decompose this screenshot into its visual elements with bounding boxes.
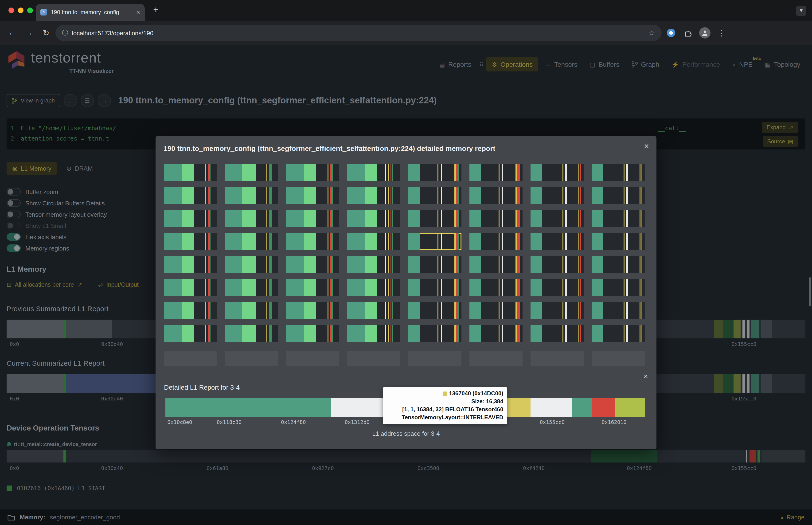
memory-segment [519, 302, 520, 319]
core-cell-7-4[interactable] [408, 325, 461, 342]
core-cell-0-3[interactable] [347, 164, 400, 181]
detail-close-icon[interactable]: × [644, 372, 648, 381]
core-cell-4-1[interactable] [225, 256, 278, 273]
core-cell-1-4[interactable] [408, 187, 461, 204]
core-empty-cell-3[interactable] [347, 351, 400, 366]
scrollbar-thumb[interactable] [809, 277, 811, 306]
core-cell-5-7[interactable] [592, 279, 645, 296]
core-cell-5-3[interactable] [347, 279, 400, 296]
core-cell-6-7[interactable] [592, 302, 645, 319]
bookmark-star-icon[interactable]: ☆ [649, 29, 655, 37]
core-cell-7-0[interactable] [164, 325, 217, 342]
memory-segment [639, 325, 641, 342]
core-cell-4-3[interactable] [347, 256, 400, 273]
memory-segment [563, 256, 564, 273]
core-cell-0-6[interactable] [531, 164, 584, 181]
new-tab-button[interactable]: + [153, 5, 158, 15]
core-cell-3-2[interactable] [286, 233, 339, 250]
core-empty-cell-6[interactable] [531, 351, 584, 366]
core-empty-cell-2[interactable] [286, 351, 339, 366]
core-cell-5-6[interactable] [531, 279, 584, 296]
core-cell-3-7[interactable] [592, 233, 645, 250]
core-cell-6-6[interactable] [531, 302, 584, 319]
core-cell-6-5[interactable] [470, 302, 523, 319]
core-cell-7-7[interactable] [592, 325, 645, 342]
core-cell-1-7[interactable] [592, 187, 645, 204]
window-close-button[interactable] [9, 7, 14, 13]
modal-close-icon[interactable]: × [644, 141, 649, 151]
tab-search-icon[interactable]: ▾ [796, 6, 806, 16]
core-empty-cell-4[interactable] [408, 351, 461, 366]
core-cell-7-1[interactable] [225, 325, 278, 342]
core-empty-cell-5[interactable] [470, 351, 523, 366]
address-bar[interactable]: ⓘ localhost:5173/operations/190 ☆ [56, 25, 662, 41]
core-cell-0-5[interactable] [470, 164, 523, 181]
core-cell-5-5[interactable] [470, 279, 523, 296]
core-cell-7-2[interactable] [286, 325, 339, 342]
core-cell-3-0[interactable] [164, 233, 217, 250]
core-cell-6-3[interactable] [347, 302, 400, 319]
memory-segment [498, 325, 500, 342]
site-info-icon[interactable]: ⓘ [62, 29, 68, 37]
core-cell-2-7[interactable] [592, 210, 645, 227]
core-cell-1-6[interactable] [531, 187, 584, 204]
core-cell-2-6[interactable] [531, 210, 584, 227]
core-cell-4-0[interactable] [164, 256, 217, 273]
core-cell-3-3[interactable] [347, 233, 400, 250]
back-icon[interactable]: ← [5, 25, 20, 41]
core-cell-4-4[interactable] [408, 256, 461, 273]
tab-close-icon[interactable]: × [136, 9, 140, 16]
core-cell-4-7[interactable] [592, 256, 645, 273]
core-cell-6-1[interactable] [225, 302, 278, 319]
memory-segment [390, 187, 392, 204]
core-cell-2-4[interactable] [408, 210, 461, 227]
core-cell-1-0[interactable] [164, 187, 217, 204]
core-cell-0-2[interactable] [286, 164, 339, 181]
core-cell-2-1[interactable] [225, 210, 278, 227]
core-cell-1-1[interactable] [225, 187, 278, 204]
window-zoom-button[interactable] [27, 7, 33, 13]
core-cell-3-5[interactable] [470, 233, 523, 250]
core-cell-7-5[interactable] [470, 325, 523, 342]
core-empty-cell-0[interactable] [164, 351, 217, 366]
core-cell-1-2[interactable] [286, 187, 339, 204]
core-cell-0-0[interactable] [164, 164, 217, 181]
core-cell-6-2[interactable] [286, 302, 339, 319]
core-cell-5-2[interactable] [286, 279, 339, 296]
core-cell-0-4[interactable] [408, 164, 461, 181]
core-cell-0-7[interactable] [592, 164, 645, 181]
core-cell-2-5[interactable] [470, 210, 523, 227]
core-cell-5-4[interactable] [408, 279, 461, 296]
core-cell-1-5[interactable] [470, 187, 523, 204]
extensions-puzzle-icon[interactable] [680, 25, 695, 41]
core-cell-3-1[interactable] [225, 233, 278, 250]
browser-menu-icon[interactable]: ⋮ [714, 25, 729, 41]
forward-icon[interactable]: → [21, 25, 37, 41]
core-cell-6-0[interactable] [164, 302, 217, 319]
core-empty-cell-7[interactable] [592, 351, 645, 366]
core-cell-4-6[interactable] [531, 256, 584, 273]
core-cell-5-1[interactable] [225, 279, 278, 296]
browser-tab[interactable]: × 190 ttnn.to_memory_config × [36, 4, 145, 21]
core-empty-cell-1[interactable] [225, 351, 278, 366]
core-cell-7-3[interactable] [347, 325, 400, 342]
extension-badge-icon[interactable] [667, 29, 675, 37]
window-minimize-button[interactable] [18, 7, 24, 13]
core-cell-4-5[interactable] [470, 256, 523, 273]
core-cell-0-1[interactable] [225, 164, 278, 181]
core-cell-2-3[interactable] [347, 210, 400, 227]
memory-segment [531, 279, 542, 296]
core-cell-2-2[interactable] [286, 210, 339, 227]
core-cell-1-3[interactable] [347, 187, 400, 204]
memory-segment [332, 325, 333, 342]
core-cell-6-4[interactable] [408, 302, 461, 319]
reload-icon[interactable]: ↻ [39, 25, 53, 41]
core-cell-5-0[interactable] [164, 279, 217, 296]
core-cell-7-6[interactable] [531, 325, 584, 342]
core-cell-2-0[interactable] [164, 210, 217, 227]
memory-segment [386, 325, 386, 342]
core-cell-3-6[interactable] [531, 233, 584, 250]
core-cell-3-4[interactable] [408, 233, 461, 250]
profile-avatar[interactable] [699, 27, 710, 39]
core-cell-4-2[interactable] [286, 256, 339, 273]
